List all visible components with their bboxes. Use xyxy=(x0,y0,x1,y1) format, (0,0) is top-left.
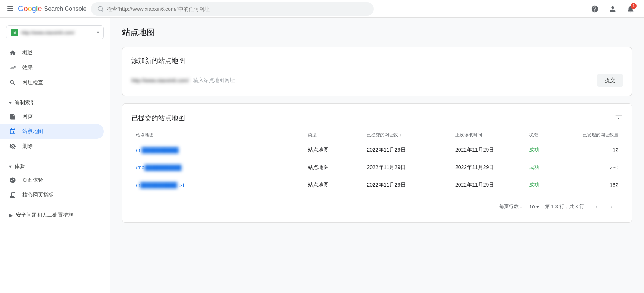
vitals-icon xyxy=(9,191,16,199)
add-sitemap-title: 添加新的站点地图 xyxy=(131,56,623,65)
cell-last-read: 2022年11月29日 xyxy=(451,176,525,194)
nav-label-removals: 删除 xyxy=(22,143,33,150)
sitemap-input-row: http://www.xiaoxin6.com/ 提交 xyxy=(131,74,623,87)
logo: Google Search Console xyxy=(18,4,86,13)
menu-icon[interactable] xyxy=(6,4,15,13)
url-search-icon xyxy=(9,79,16,86)
section-experience-title: 体验 xyxy=(15,163,25,170)
per-page-select[interactable]: 10 ▾ xyxy=(529,204,539,210)
cell-last-read: 2022年11月29日 xyxy=(451,159,525,176)
layout: ht http://www.xiaoxin6.com/ ▾ 概述 效果 网址检查 xyxy=(0,18,644,293)
divider-2 xyxy=(0,157,110,157)
chevron-down-exp-icon: ▾ xyxy=(9,163,12,169)
property-url: http://www.xiaoxin6.com/ xyxy=(21,30,94,35)
cell-sitemap: /m██████████ xyxy=(131,141,303,159)
nav-label-core-vitals: 核心网页指标 xyxy=(22,192,54,198)
help-icon xyxy=(591,5,599,13)
table-row[interactable]: /m██████████ 站点地图 2022年11月29日 2022年11月29… xyxy=(131,141,623,159)
sitemaps-table: 站点地图 类型 已提交的网址数 ↓ 上次读取时间 xyxy=(131,129,623,194)
notification-button[interactable]: 1 xyxy=(623,1,638,16)
cell-status: 成功 xyxy=(525,176,564,194)
cell-status: 成功 xyxy=(525,159,564,176)
search-bar[interactable] xyxy=(91,2,374,16)
sidebar-item-url-inspection[interactable]: 网址检查 xyxy=(0,75,104,90)
nav-label-url-inspection: 网址检查 xyxy=(22,79,43,86)
col-sitemap: 站点地图 xyxy=(131,129,303,141)
sidebar-item-page-experience[interactable]: 页面体验 xyxy=(0,173,104,188)
header-actions: 1 xyxy=(587,1,638,16)
col-submitted-urls[interactable]: 已提交的网址数 ↓ xyxy=(362,129,451,141)
svg-point-0 xyxy=(98,6,103,11)
page-nav: ‹ › xyxy=(590,200,618,213)
cell-submitted-urls: 2022年11月29日 xyxy=(362,176,451,194)
nav-label-overview: 概述 xyxy=(22,50,33,56)
sidebar-item-sitemaps[interactable]: 站点地图 xyxy=(0,124,104,139)
submit-button[interactable]: 提交 xyxy=(597,74,623,87)
table-header-row: 站点地图 类型 已提交的网址数 ↓ 上次读取时间 xyxy=(131,129,623,141)
sidebar-item-core-vitals[interactable]: 核心网页指标 xyxy=(0,188,104,203)
chevron-right-security-icon: ▶ xyxy=(9,212,13,218)
cell-sitemap: /n██████████.txt xyxy=(131,176,303,194)
header-left: Google Search Console xyxy=(6,4,86,13)
cell-type: 站点地图 xyxy=(303,141,362,159)
sidebar-item-performance[interactable]: 效果 xyxy=(0,60,104,75)
sitemap-icon xyxy=(9,128,16,135)
google-logo-text: Google xyxy=(18,4,42,13)
app-name: Search Console xyxy=(44,6,87,12)
chevron-down-icon: ▾ xyxy=(97,30,99,35)
cell-discovered-urls: 250 xyxy=(564,159,623,176)
cell-type: 站点地图 xyxy=(303,159,362,176)
sitemap-url-input[interactable] xyxy=(190,76,592,85)
col-discovered-urls: 已发现的网址数量 xyxy=(564,129,623,141)
cell-type: 站点地图 xyxy=(303,176,362,194)
submitted-sitemaps-card: 已提交的站点地图 站点地图 类型 已提交的网址数 xyxy=(122,103,632,223)
next-page-button[interactable]: › xyxy=(605,200,618,213)
page-experience-icon xyxy=(9,176,16,184)
nav-label-pages: 网页 xyxy=(22,113,33,120)
divider-1 xyxy=(0,93,110,93)
sidebar-item-pages[interactable]: 网页 xyxy=(0,109,104,124)
pages-icon xyxy=(9,113,16,120)
account-button[interactable] xyxy=(605,1,620,16)
trending-icon xyxy=(9,64,16,71)
per-page-arrow-icon: ▾ xyxy=(536,204,539,210)
cell-last-read: 2022年11月29日 xyxy=(451,141,525,159)
nav-label-page-experience: 页面体验 xyxy=(22,177,43,184)
submitted-sitemaps-title: 已提交的站点地图 xyxy=(131,114,185,122)
cell-submitted-urls: 2022年11月29日 xyxy=(362,141,451,159)
divider-3 xyxy=(0,206,110,206)
account-icon xyxy=(609,5,617,13)
section-experience-header[interactable]: ▾ 体验 xyxy=(0,160,110,173)
sitemap-prefix: http://www.xiaoxin6.com/ xyxy=(131,77,189,83)
svg-line-1 xyxy=(102,10,103,11)
nav-label-performance: 效果 xyxy=(22,64,33,71)
property-selector[interactable]: ht http://www.xiaoxin6.com/ ▾ xyxy=(6,25,104,39)
sidebar-item-overview[interactable]: 概述 xyxy=(0,45,104,60)
pagination: 每页行数： 10 ▾ 第 1-3 行，共 3 行 ‹ › xyxy=(131,195,623,213)
prev-page-button[interactable]: ‹ xyxy=(590,200,603,213)
page-info: 第 1-3 行，共 3 行 xyxy=(545,203,584,210)
table-row[interactable]: /n██████████.txt 站点地图 2022年11月29日 2022年1… xyxy=(131,176,623,194)
sidebar-item-removals[interactable]: 删除 xyxy=(0,139,104,154)
table-body: /m██████████ 站点地图 2022年11月29日 2022年11月29… xyxy=(131,141,623,194)
main-content: 站点地图 添加新的站点地图 http://www.xiaoxin6.com/ 提… xyxy=(110,18,644,293)
col-status: 状态 xyxy=(525,129,564,141)
help-button[interactable] xyxy=(587,1,602,16)
table-row[interactable]: /ma██████████ 站点地图 2022年11月29日 2022年11月2… xyxy=(131,159,623,176)
search-input[interactable] xyxy=(107,6,367,12)
section-security-header[interactable]: ▶ 安全问题和人工处置措施 xyxy=(0,209,110,222)
notification-badge: 1 xyxy=(631,3,637,9)
submitted-sitemaps-header: 已提交的站点地图 xyxy=(131,113,623,123)
page-title: 站点地图 xyxy=(122,27,632,38)
sort-arrow-icon: ↓ xyxy=(399,132,402,137)
cell-sitemap: /ma██████████ xyxy=(131,159,303,176)
nav-label-sitemaps: 站点地图 xyxy=(22,128,43,135)
cell-discovered-urls: 162 xyxy=(564,176,623,194)
filter-icon[interactable] xyxy=(615,113,623,123)
header: Google Search Console 1 xyxy=(0,0,644,18)
cell-submitted-urls: 2022年11月29日 xyxy=(362,159,451,176)
col-type: 类型 xyxy=(303,129,362,141)
section-security-title: 安全问题和人工处置措施 xyxy=(16,212,73,219)
removals-icon xyxy=(9,143,16,150)
section-index-header[interactable]: ▾ 编制索引 xyxy=(0,96,110,109)
